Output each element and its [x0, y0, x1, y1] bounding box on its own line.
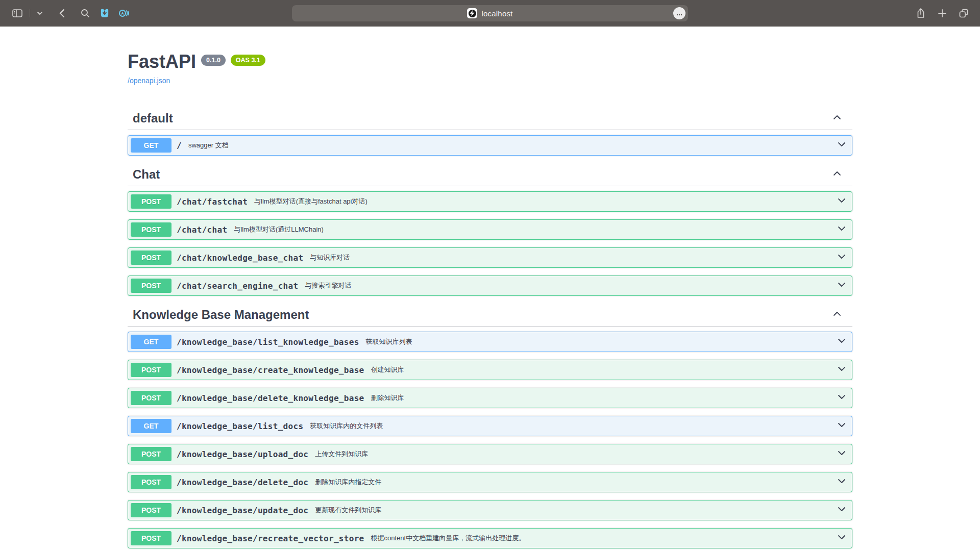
back-button[interactable] — [54, 5, 70, 21]
endpoint-row[interactable]: POST /chat/fastchat 与llm模型对话(直接与fastchat… — [128, 191, 852, 212]
sidebar-button[interactable] — [9, 5, 26, 21]
collapse-chevron-up-icon — [832, 168, 842, 181]
collapse-chevron-up-icon — [832, 112, 842, 125]
expand-chevron-down-icon — [837, 420, 847, 432]
expand-chevron-down-icon — [837, 448, 847, 460]
expand-chevron-down-icon — [837, 252, 847, 264]
endpoint-description: 获取知识库内的文件列表 — [310, 421, 837, 431]
search-button[interactable] — [77, 5, 93, 21]
chevron-down-icon — [37, 11, 43, 15]
endpoint-path: /chat/fastchat — [177, 197, 248, 207]
method-badge: GET — [131, 335, 172, 349]
endpoint-row[interactable]: POST /knowledge_base/upload_doc 上传文件到知识库 — [128, 444, 852, 464]
endpoint-description: 根据content中文档重建向量库，流式输出处理进度。 — [371, 534, 837, 543]
endpoint-path: /chat/search_engine_chat — [177, 281, 298, 291]
page-title: FastAPI — [128, 51, 196, 72]
expand-chevron-down-icon — [837, 364, 847, 376]
ellipsis-icon — [676, 9, 682, 18]
expand-chevron-down-icon — [837, 223, 847, 236]
method-badge: GET — [131, 419, 172, 433]
toolbar-divider — [30, 9, 30, 17]
collapse-chevron-up-icon — [832, 309, 842, 321]
page-body: FastAPI 0.1.0 OAS 3.1 /openapi.json defa… — [0, 27, 980, 551]
section-header[interactable]: default — [128, 107, 852, 130]
endpoint-path: /knowledge_base/list_knowledge_bases — [177, 337, 359, 347]
endpoint-description: 上传文件到知识库 — [315, 449, 837, 459]
endpoint-path: /knowledge_base/recreate_vector_store — [177, 534, 364, 543]
endpoint-path: /knowledge_base/update_doc — [177, 506, 308, 515]
api-section: Chat POST /chat/fastchat 与llm模型对话(直接与fas… — [128, 163, 852, 296]
method-badge: POST — [131, 194, 172, 209]
tab-overview-button[interactable] — [955, 5, 972, 21]
tab-overview-icon — [958, 8, 969, 19]
expand-chevron-down-icon — [837, 392, 847, 404]
method-badge: POST — [131, 531, 172, 545]
endpoint-description: 删除知识库内指定文件 — [315, 478, 837, 487]
oas-badge: OAS 3.1 — [231, 55, 265, 66]
expand-chevron-down-icon — [837, 504, 847, 516]
endpoint-description: 与llm模型对话(直接与fastchat api对话) — [254, 197, 837, 206]
endpoint-row[interactable]: GET / swagger 文档 — [128, 135, 852, 156]
endpoint-path: /chat/knowledge_base_chat — [177, 253, 303, 263]
endpoint-row[interactable]: POST /chat/search_engine_chat 与搜索引擎对话 — [128, 276, 852, 296]
section-header[interactable]: Knowledge Base Management — [128, 304, 852, 327]
back-icon — [58, 8, 65, 18]
shield-download-icon — [99, 8, 110, 19]
browser-toolbar: localhost — [0, 0, 980, 27]
endpoint-row[interactable]: GET /knowledge_base/list_knowledge_bases… — [128, 332, 852, 352]
expand-chevron-down-icon — [837, 336, 847, 348]
endpoint-row[interactable]: POST /knowledge_base/create_knowledge_ba… — [128, 360, 852, 380]
section-title: default — [133, 111, 173, 126]
endpoint-description: 与llm模型对话(通过LLMChain) — [234, 225, 837, 234]
method-badge: POST — [131, 222, 172, 237]
section-title: Knowledge Base Management — [133, 308, 309, 322]
share-icon — [916, 8, 925, 19]
endpoint-path: / — [177, 141, 182, 151]
page-settings-button[interactable] — [673, 7, 685, 19]
endpoint-description: 与知识库对话 — [310, 253, 837, 262]
endpoint-row[interactable]: POST /chat/chat 与llm模型对话(通过LLMChain) — [128, 219, 852, 240]
sidebar-icon — [12, 8, 23, 18]
version-badge: 0.1.0 — [201, 55, 226, 66]
extension-button-1[interactable] — [96, 5, 113, 21]
endpoint-description: swagger 文档 — [188, 141, 837, 150]
api-section: Knowledge Base Management GET /knowledge… — [128, 304, 852, 548]
method-badge: POST — [131, 475, 172, 489]
method-badge: POST — [131, 447, 172, 461]
endpoint-row[interactable]: POST /knowledge_base/recreate_vector_sto… — [128, 528, 852, 548]
method-badge: POST — [131, 279, 172, 293]
method-badge: POST — [131, 363, 172, 377]
api-info: FastAPI 0.1.0 OAS 3.1 /openapi.json — [128, 51, 852, 85]
endpoint-path: /chat/chat — [177, 225, 227, 235]
live-star-icon — [118, 8, 130, 19]
extension-button-2[interactable] — [116, 5, 132, 21]
endpoint-description: 获取知识库列表 — [366, 337, 837, 346]
endpoint-path: /knowledge_base/delete_doc — [177, 478, 308, 487]
endpoint-row[interactable]: POST /chat/knowledge_base_chat 与知识库对话 — [128, 247, 852, 268]
search-icon — [80, 8, 90, 18]
api-sections: default GET / swagger 文档 Chat — [128, 107, 852, 548]
api-section: default GET / swagger 文档 — [128, 107, 852, 156]
endpoint-row[interactable]: POST /knowledge_base/delete_knowledge_ba… — [128, 388, 852, 408]
endpoint-path: /knowledge_base/list_docs — [177, 421, 303, 431]
expand-chevron-down-icon — [837, 532, 847, 544]
section-endpoints: GET / swagger 文档 — [128, 135, 852, 156]
endpoint-row[interactable]: GET /knowledge_base/list_docs 获取知识库内的文件列… — [128, 416, 852, 436]
expand-chevron-down-icon — [837, 195, 847, 208]
url-bar[interactable]: localhost — [292, 5, 688, 21]
expand-chevron-down-icon — [837, 280, 847, 292]
endpoint-row[interactable]: POST /knowledge_base/update_doc 更新现有文件到知… — [128, 500, 852, 520]
site-favicon-lightning-icon — [467, 8, 477, 18]
url-host-text: localhost — [481, 9, 512, 18]
plus-icon — [938, 9, 947, 18]
new-tab-button[interactable] — [934, 5, 950, 21]
endpoint-row[interactable]: POST /knowledge_base/delete_doc 删除知识库内指定… — [128, 472, 852, 492]
method-badge: GET — [131, 138, 172, 153]
sidebar-menu-button[interactable] — [34, 5, 45, 21]
share-button[interactable] — [913, 5, 929, 21]
section-header[interactable]: Chat — [128, 163, 852, 186]
openapi-spec-link[interactable]: /openapi.json — [128, 77, 170, 85]
swagger-container: FastAPI 0.1.0 OAS 3.1 /openapi.json defa… — [117, 51, 863, 548]
endpoint-description: 删除知识库 — [371, 393, 837, 403]
endpoint-path: /knowledge_base/create_knowledge_base — [177, 365, 364, 375]
